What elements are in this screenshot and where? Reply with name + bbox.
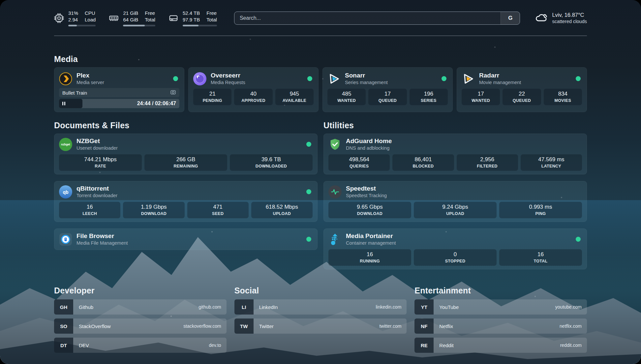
bookmark-dev[interactable]: DT DEV dev.to <box>54 338 227 353</box>
stat-downloaded: 39.6 TB DOWNLOADED <box>230 154 313 171</box>
cpu-progress-track <box>68 25 96 26</box>
stat-remaining: 266 GB REMAINING <box>144 154 227 171</box>
bookmark-url: linkedin.com <box>376 299 407 315</box>
service-card-qbittorrent[interactable]: qb qBittorrent Torrent downloader <box>54 181 318 222</box>
bookmark-linkedin[interactable]: LI LinkedIn linkedin.com <box>234 299 407 315</box>
documents-section-heading: Documents & Files <box>54 121 318 130</box>
svg-text:qb: qb <box>63 189 68 195</box>
service-card-portainer[interactable]: Media Portainer Container management 16 … <box>323 228 587 269</box>
bookmark-netflix[interactable]: NF Netflix netflix.com <box>414 318 587 334</box>
stat-queued: 17 QUEUED <box>368 89 407 105</box>
stat-wanted: 485 WANTED <box>327 89 366 105</box>
bookmark-name: StackOverflow <box>73 318 183 334</box>
bookmark-group-social: Social LI LinkedIn linkedin.com TW Twitt… <box>234 286 407 353</box>
service-name: Plex <box>76 72 104 79</box>
stat-running: 16 RUNNING <box>328 249 411 266</box>
stat-latency: 47.569 ms LATENCY <box>521 154 582 171</box>
social-section-heading: Social <box>234 286 407 295</box>
bookmark-name: Twitter <box>254 318 380 334</box>
load-label: Load <box>85 16 96 23</box>
service-card-adguard[interactable]: AdGuard Home DNS and adblocking 498,564 … <box>323 134 587 174</box>
stat-seed: 471 SEED <box>187 202 249 218</box>
developer-section-heading: Developer <box>54 286 227 295</box>
search-provider-button[interactable]: G <box>501 12 520 24</box>
stat-wanted: 17 WANTED <box>462 89 500 105</box>
now-playing-row: Bullet Train <box>59 88 179 97</box>
disk-free-label: Free <box>206 10 217 16</box>
stat-download: 9.65 Gbps DOWNLOAD <box>328 202 411 218</box>
service-subtitle: Series management <box>345 79 388 86</box>
sonarr-icon <box>327 72 341 85</box>
stat-filtered: 2,956 FILTERED <box>457 154 518 171</box>
nzbget-icon: nzbget <box>59 138 72 151</box>
search-input[interactable] <box>234 12 501 24</box>
portainer-icon <box>328 233 342 246</box>
stat-movies: 834 MOVIES <box>544 89 582 105</box>
snow-specks <box>0 0 1 1</box>
bookmark-name: LinkedIn <box>254 299 376 315</box>
stat-blocked: 86,401 BLOCKED <box>392 154 454 171</box>
bookmark-name: Netflix <box>434 318 560 334</box>
bookmark-abbr: NF <box>414 318 434 334</box>
weather-widget: Lviv, 16.87°C scattered clouds <box>534 11 587 25</box>
service-card-plex[interactable]: Plex Media server Bullet Train <box>54 67 184 112</box>
service-card-radarr[interactable]: Radarr Movie management 17 WANTED 22 QUE… <box>457 67 587 112</box>
cloud-icon <box>534 11 548 25</box>
pause-icon <box>62 102 65 106</box>
stat-stopped: 0 STOPPED <box>414 249 497 266</box>
bookmark-abbr: SO <box>54 318 73 334</box>
stat-download: 1.19 Gbps DOWNLOAD <box>123 202 184 218</box>
bookmark-group-developer: Developer GH Github github.com SO StackO… <box>54 286 227 353</box>
service-card-nzbget[interactable]: nzbget NZBGet Usenet downloader 74 <box>54 134 318 174</box>
bookmark-reddit[interactable]: RE Reddit reddit.com <box>414 338 587 353</box>
bookmark-url: stackoverflow.com <box>183 318 226 334</box>
bookmark-abbr: YT <box>414 299 434 315</box>
memory-progress-track <box>123 25 155 26</box>
load-value: 2.94 <box>68 16 78 23</box>
service-subtitle: DNS and adblocking <box>346 145 392 151</box>
service-name: File Browser <box>76 232 128 240</box>
status-dot <box>307 76 312 81</box>
search-bar: G <box>234 12 520 25</box>
service-name: Overseerr <box>211 72 245 79</box>
service-subtitle: Speedtest Tracking <box>346 193 387 199</box>
cpu-value: 31% <box>68 10 78 16</box>
memory-total-value: 64 GiB <box>123 16 138 23</box>
bookmark-group-entertainment: Entertainment YT YouTube youtube.com NF … <box>414 286 587 353</box>
bookmark-name: DEV <box>73 338 209 353</box>
service-subtitle: Torrent downloader <box>76 193 117 199</box>
filebrowser-icon <box>59 233 72 246</box>
service-card-overseerr[interactable]: Overseerr Media Requests 21 PENDING 40 A… <box>188 67 319 112</box>
disk-progress-fill <box>183 25 198 26</box>
status-dot <box>306 237 311 242</box>
service-subtitle: Usenet downloader <box>76 145 118 151</box>
service-subtitle: Media Requests <box>211 79 245 86</box>
bookmark-youtube[interactable]: YT YouTube youtube.com <box>414 299 587 315</box>
status-dot <box>576 76 581 81</box>
bookmark-url: reddit.com <box>560 338 587 353</box>
status-dot <box>442 76 446 81</box>
bookmark-url: twitter.com <box>379 318 407 334</box>
memory-total-label: Total <box>145 16 155 23</box>
stat-leech: 16 LEECH <box>59 202 120 218</box>
now-playing-time: 24:44 / 02:06:47 <box>137 99 176 108</box>
bookmark-abbr: DT <box>54 338 73 353</box>
bookmark-github[interactable]: GH Github github.com <box>54 299 227 315</box>
speedtest-icon <box>328 185 342 198</box>
cpu-icon <box>54 13 64 23</box>
service-card-speedtest[interactable]: Speedtest Speedtest Tracking 9.65 Gbps D… <box>323 181 587 222</box>
cpu-resource-widget: 31% CPU 2.94 Load <box>54 10 96 26</box>
service-subtitle: Movie management <box>479 79 521 86</box>
stat-available: 945 AVAILABLE <box>275 89 314 105</box>
stat-upload: 618.52 Mbps UPLOAD <box>251 202 313 218</box>
service-name: NZBGet <box>76 137 118 145</box>
weather-condition: scattered clouds <box>552 18 587 25</box>
disk-icon <box>168 13 178 23</box>
bookmark-twitter[interactable]: TW Twitter twitter.com <box>234 318 407 334</box>
service-card-filebrowser[interactable]: File Browser Media File Management <box>54 228 318 250</box>
bookmark-url: github.com <box>198 299 226 315</box>
stat-queued: 22 QUEUED <box>503 89 541 105</box>
service-name: AdGuard Home <box>346 137 392 145</box>
service-card-sonarr[interactable]: Sonarr Series management 485 WANTED 17 Q… <box>322 67 453 112</box>
bookmark-stackoverflow[interactable]: SO StackOverflow stackoverflow.com <box>54 318 227 334</box>
